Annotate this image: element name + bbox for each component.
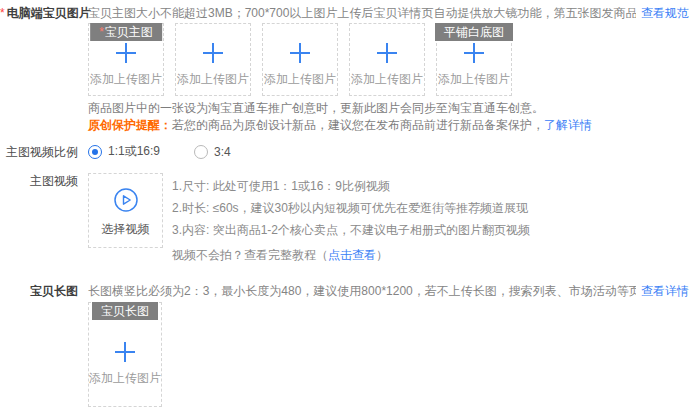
long-image-section: 宝贝长图 长图横竖比必须为2：3，最小长度为480，建议使用800*1200，若… (0, 283, 689, 407)
plus-icon (116, 43, 136, 63)
tutorial-prefix: 视频不会拍？查看完整教程（ (172, 248, 328, 262)
original-protection-note: 原创保护提醒：若您的商品为原创设计新品，建议您在发布商品前进行新品备案保护，了解… (88, 118, 689, 133)
upload-box-white-base[interactable]: 平铺白底图 添加上传图片 (436, 23, 512, 96)
pc-images-hint-text: 宝贝主图大小不能超过3MB；700*700以上图片上传后宝贝详情页自动提供放大镜… (88, 5, 636, 21)
radio-selected-icon[interactable] (88, 145, 102, 159)
view-spec-link[interactable]: 查看规范 (641, 5, 689, 21)
upload-box-main[interactable]: *宝贝主图 添加上传图片 (88, 23, 164, 96)
white-base-badge: 平铺白底图 (435, 23, 513, 41)
video-tutorial-line: 视频不会拍？查看完整教程（点击查看） (172, 247, 530, 263)
product-publish-form: *电脑端宝贝图片 宝贝主图大小不能超过3MB；700*700以上图片上传后宝贝详… (0, 0, 689, 407)
long-image-hint-text: 长图横竖比必须为2：3，最小长度为480，建议使用800*1200，若不上传长图… (88, 283, 636, 299)
long-image-label: 宝贝长图 (0, 283, 78, 299)
tutorial-suffix: ） (376, 248, 388, 262)
radio-option-3-4[interactable]: 3:4 (194, 145, 231, 159)
badge-required-asterisk: * (99, 25, 104, 39)
pc-images-label: *电脑端宝贝图片 (0, 5, 78, 21)
select-video-label: 选择视频 (102, 221, 150, 238)
upload-box-label: 添加上传图片 (438, 72, 510, 86)
upload-box-3[interactable]: 添加上传图片 (262, 23, 338, 96)
upload-box-label: 添加上传图片 (264, 72, 336, 86)
long-image-hint: 长图横竖比必须为2：3，最小长度为480，建议使用800*1200，若不上传长图… (88, 283, 689, 299)
main-video-section: 主图视频 选择视频 1.尺寸: 此处可使用1：1或16：9比例视频 2.时长: … (0, 173, 689, 263)
upload-box-4[interactable]: 添加上传图片 (349, 23, 425, 96)
select-video-button[interactable]: 选择视频 (88, 173, 163, 248)
radio-option-label: 1:1或16:9 (108, 143, 160, 160)
pc-images-section: *电脑端宝贝图片 宝贝主图大小不能超过3MB；700*700以上图片上传后宝贝详… (0, 5, 689, 133)
video-ratio-label: 主图视频比例 (0, 144, 78, 160)
upload-box-label: 添加上传图片 (90, 72, 162, 86)
long-image-badge-text: 宝贝长图 (101, 304, 149, 318)
ztc-sync-note: 商品图片中的一张设为淘宝直通车推广创意时，更新此图片会同步至淘宝直通车创意。 (88, 101, 689, 116)
pc-images-hint: 宝贝主图大小不能超过3MB；700*700以上图片上传后宝贝详情页自动提供放大镜… (88, 5, 689, 21)
main-video-label: 主图视频 (0, 173, 78, 189)
learn-more-link[interactable]: 了解详情 (544, 118, 592, 132)
required-asterisk: * (0, 6, 5, 20)
video-ratio-options: 1:1或16:9 3:4 (88, 143, 689, 160)
white-base-badge-text: 平铺白底图 (444, 25, 504, 39)
original-protection-body: 若您的商品为原创设计新品，建议您在发布商品前进行新品备案保护， (172, 118, 544, 132)
upload-box-2[interactable]: 添加上传图片 (175, 23, 251, 96)
video-tip-size: 1.尺寸: 此处可使用1：1或16：9比例视频 (172, 178, 530, 194)
upload-box-label: 添加上传图片 (177, 72, 249, 86)
play-icon (113, 187, 139, 213)
upload-box-long-image[interactable]: 宝贝长图 添加上传图片 (88, 302, 162, 407)
upload-box-label: 添加上传图片 (351, 72, 423, 86)
plus-icon (377, 43, 397, 63)
video-tip-content: 3.内容: 突出商品1-2个核心卖点，不建议电子相册式的图片翻页视频 (172, 222, 530, 238)
video-tips: 1.尺寸: 此处可使用1：1或16：9比例视频 2.时长: ≤60s，建议30秒… (172, 173, 530, 263)
plus-icon (464, 43, 484, 63)
radio-unselected-icon[interactable] (194, 145, 208, 159)
plus-icon (203, 43, 223, 63)
video-ratio-section: 主图视频比例 1:1或16:9 3:4 (0, 143, 689, 160)
original-protection-prefix: 原创保护提醒： (88, 118, 172, 132)
upload-box-label: 添加上传图片 (89, 371, 161, 385)
plus-icon (115, 342, 135, 362)
radio-option-label: 3:4 (214, 145, 231, 159)
main-image-badge: *宝贝主图 (90, 23, 162, 41)
tutorial-link[interactable]: 点击查看 (328, 248, 376, 262)
view-details-link[interactable]: 查看详情 (641, 283, 689, 299)
upload-box-row: *宝贝主图 添加上传图片 添加上传图片 添加上传图片 添加上传图片 (88, 23, 689, 96)
long-image-badge: 宝贝长图 (92, 302, 158, 320)
video-tip-duration: 2.时长: ≤60s，建议30秒以内短视频可优先在爱逛街等推荐频道展现 (172, 200, 530, 216)
plus-icon (290, 43, 310, 63)
radio-option-1-1-or-16-9[interactable]: 1:1或16:9 (88, 143, 160, 160)
main-image-badge-text: 宝贝主图 (105, 25, 153, 39)
pc-images-label-text: 电脑端宝贝图片 (7, 6, 91, 20)
